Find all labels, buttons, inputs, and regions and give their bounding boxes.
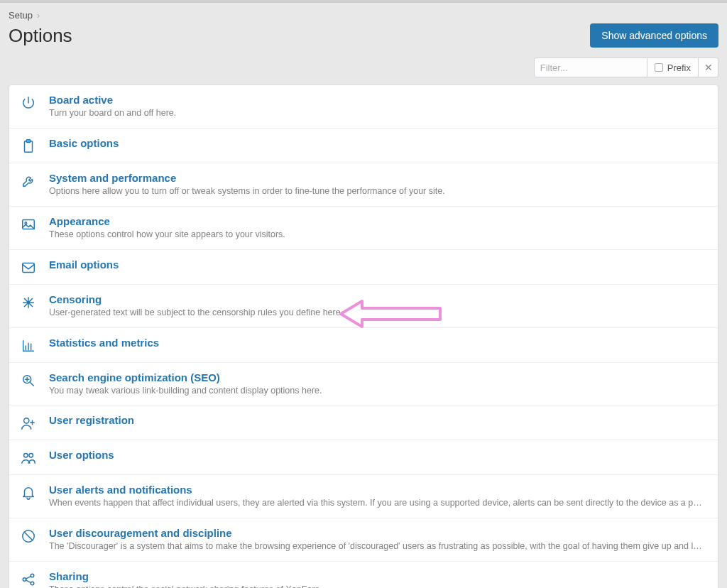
- show-advanced-button[interactable]: Show advanced options: [590, 23, 718, 48]
- option-title[interactable]: System and performance: [49, 172, 176, 184]
- option-row-appearance[interactable]: Appearance These options control how you…: [9, 207, 718, 250]
- option-title[interactable]: Statistics and metrics: [49, 337, 159, 349]
- option-row-basic-options[interactable]: Basic options: [9, 129, 718, 163]
- option-title[interactable]: Censoring: [49, 293, 102, 305]
- option-row-user-discouragement[interactable]: User discouragement and discipline The '…: [9, 518, 718, 562]
- envelope-icon: [21, 258, 49, 276]
- users-icon: [21, 449, 49, 466]
- seo-icon: [21, 371, 49, 388]
- option-desc: Options here allow you to turn off or tw…: [49, 185, 706, 197]
- svg-rect-4: [23, 263, 35, 272]
- option-row-user-alerts[interactable]: User alerts and notifications When event…: [9, 475, 718, 518]
- svg-point-3: [25, 222, 27, 224]
- option-row-email-options[interactable]: Email options: [9, 250, 718, 285]
- options-list: Board active Turn your board on and off …: [9, 85, 718, 588]
- filter-clear-button[interactable]: ✕: [699, 58, 718, 77]
- option-row-system-performance[interactable]: System and performance Options here allo…: [9, 163, 718, 207]
- breadcrumb: Setup ›: [0, 3, 727, 21]
- svg-point-6: [24, 418, 29, 423]
- breadcrumb-root[interactable]: Setup: [9, 10, 33, 21]
- user-add-icon: [21, 414, 49, 431]
- filter-prefix-label: Prefix: [667, 62, 691, 73]
- option-desc: These options control the social network…: [49, 584, 706, 588]
- option-row-seo[interactable]: Search engine optimization (SEO) You may…: [9, 363, 718, 406]
- option-desc: Turn your board on and off here.: [49, 107, 706, 119]
- option-title[interactable]: User discouragement and discipline: [49, 527, 232, 539]
- close-icon: ✕: [704, 62, 713, 73]
- option-desc: The 'Discourager' is a system that aims …: [49, 540, 706, 552]
- option-title[interactable]: User options: [49, 449, 114, 461]
- option-row-board-active[interactable]: Board active Turn your board on and off …: [9, 85, 718, 129]
- option-row-user-options[interactable]: User options: [9, 440, 718, 475]
- option-title[interactable]: Basic options: [49, 137, 119, 149]
- option-title[interactable]: Appearance: [49, 215, 110, 227]
- chevron-right-icon: ›: [37, 11, 40, 21]
- option-row-user-registration[interactable]: User registration: [9, 405, 718, 440]
- filter-prefix-toggle[interactable]: Prefix: [647, 58, 699, 77]
- option-title[interactable]: Search engine optimization (SEO): [49, 371, 220, 383]
- checkbox-icon: [655, 63, 663, 72]
- share-icon: [21, 570, 49, 587]
- option-desc: You may tweak various link-building and …: [49, 385, 706, 397]
- image-icon: [21, 215, 49, 232]
- bell-icon: [21, 484, 49, 501]
- option-row-censoring[interactable]: Censoring User-generated text will be su…: [9, 285, 718, 328]
- clipboard-icon: [21, 137, 49, 154]
- option-title[interactable]: Email options: [49, 258, 119, 271]
- option-desc: User-generated text will be subject to t…: [49, 307, 706, 319]
- option-title[interactable]: Sharing: [49, 570, 89, 582]
- option-desc: These options control how your site appe…: [49, 229, 706, 241]
- power-icon: [21, 94, 49, 111]
- option-row-statistics[interactable]: Statistics and metrics: [9, 328, 718, 363]
- option-title[interactable]: User registration: [49, 414, 134, 426]
- ban-icon: [21, 527, 49, 544]
- wrench-icon: [21, 172, 49, 189]
- option-title[interactable]: Board active: [49, 94, 113, 106]
- asterisk-icon: [21, 293, 49, 310]
- svg-point-8: [29, 454, 33, 458]
- option-title[interactable]: User alerts and notifications: [49, 484, 192, 496]
- page-title: Options: [9, 25, 72, 47]
- option-desc: When events happen that affect individua…: [49, 497, 706, 509]
- option-row-sharing[interactable]: Sharing These options control the social…: [9, 562, 718, 588]
- filter-input[interactable]: [534, 58, 647, 77]
- chart-icon: [21, 337, 49, 354]
- svg-point-7: [24, 454, 28, 458]
